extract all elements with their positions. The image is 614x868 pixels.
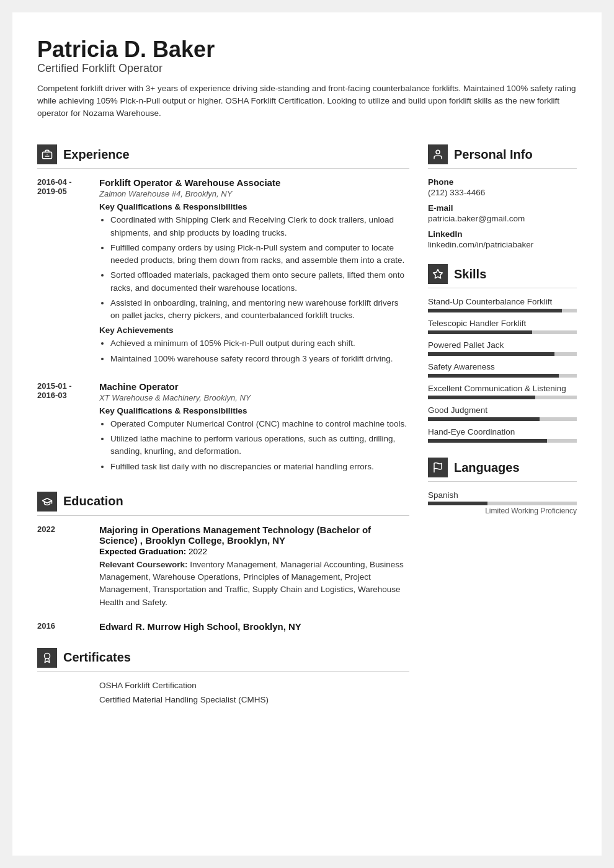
languages-section: Languages Spanish Limited Working Profic… bbox=[428, 458, 577, 515]
phone-label: Phone bbox=[428, 177, 577, 187]
candidate-summary: Competent forklift driver with 3+ years … bbox=[37, 82, 577, 120]
cert-1: OSHA Forklift Certification bbox=[99, 681, 409, 690]
exp2-content: Machine Operator XT Warehouse & Machiner… bbox=[99, 381, 409, 477]
lang-1-level: Limited Working Proficiency bbox=[428, 507, 577, 515]
skill-6: Good Judgment bbox=[428, 405, 577, 421]
languages-icon bbox=[428, 458, 448, 477]
exp2-qual-2: Utilized lathe machine to perform variou… bbox=[110, 433, 409, 458]
lang-1-name: Spanish bbox=[428, 490, 577, 500]
skill-4-name: Safety Awareness bbox=[428, 362, 577, 371]
email-block: E-mail patricia.baker@gmail.com bbox=[428, 203, 577, 223]
exp2-qual-heading: Key Qualifications & Responsibilities bbox=[99, 406, 409, 415]
experience-title: Experience bbox=[63, 148, 130, 162]
experience-section-header: Experience bbox=[37, 144, 409, 169]
experience-entry-1: 2016-04 -2019-05 Forklift Operator & War… bbox=[37, 177, 409, 369]
exp2-qual-3: Fulfilled task list daily with no discre… bbox=[110, 461, 409, 473]
edu2-title: Edward R. Murrow High School, Brooklyn, … bbox=[99, 621, 409, 632]
email-label: E-mail bbox=[428, 203, 577, 213]
exp1-ach-list: Achieved a minimum of 105% Pick-n-Pull o… bbox=[99, 337, 409, 365]
lang-1-bar-fill bbox=[428, 502, 487, 505]
experience-icon bbox=[37, 144, 57, 164]
certificates-icon bbox=[37, 648, 57, 668]
skill-3: Powered Pallet Jack bbox=[428, 340, 577, 356]
skill-7-bar-bg bbox=[428, 439, 577, 443]
languages-title: Languages bbox=[454, 461, 520, 475]
skill-2-bar-bg bbox=[428, 330, 577, 334]
cert-2: Certified Material Handling Specialist (… bbox=[99, 695, 409, 704]
exp1-qual-4: Assisted in onboarding, training, and me… bbox=[110, 297, 409, 322]
edu1-title: Majoring in Operations Management Techno… bbox=[99, 525, 409, 546]
education-section: Education 2022 Majoring in Operations Ma… bbox=[37, 492, 409, 633]
certificates-title: Certificates bbox=[63, 650, 131, 665]
skill-7-bar-fill bbox=[428, 439, 547, 443]
certificates-section: Certificates OSHA Forklift Certification… bbox=[37, 648, 409, 709]
exp1-ach-1: Achieved a minimum of 105% Pick-n-Pull o… bbox=[110, 337, 409, 350]
personal-info-section: Personal Info Phone (212) 333-4466 E-mai… bbox=[428, 144, 577, 249]
cert-entry: OSHA Forklift Certification Certified Ma… bbox=[37, 681, 409, 709]
svg-point-4 bbox=[436, 151, 440, 154]
exp2-qual-1: Operated Computer Numerical Control (CNC… bbox=[110, 418, 409, 430]
exp1-date: 2016-04 -2019-05 bbox=[37, 177, 87, 369]
experience-entry-2: 2015-01 -2016-03 Machine Operator XT War… bbox=[37, 381, 409, 477]
lang-1-bar-bg bbox=[428, 502, 577, 505]
edu1-coursework: Relevant Coursework: Inventory Managemen… bbox=[99, 559, 409, 609]
personal-info-title: Personal Info bbox=[454, 148, 533, 162]
skill-5-bar-bg bbox=[428, 396, 577, 399]
exp1-qual-3: Sorted offloaded materials, packaged the… bbox=[110, 269, 409, 294]
exp1-title: Forklift Operator & Warehouse Associate bbox=[99, 177, 409, 188]
experience-section: Experience 2016-04 -2019-05 Forklift Ope… bbox=[37, 144, 409, 477]
candidate-job-title: Certified Forklift Operator bbox=[37, 62, 577, 75]
cert-date bbox=[37, 681, 87, 709]
right-column: Personal Info Phone (212) 333-4466 E-mai… bbox=[428, 144, 577, 831]
linkedin-label: LinkedIn bbox=[428, 229, 577, 239]
skill-3-bar-fill bbox=[428, 352, 554, 356]
exp1-qual-2: Fulfilled company orders by using Pick-n… bbox=[110, 242, 409, 267]
skill-1-bar-fill bbox=[428, 309, 562, 312]
skill-2: Telescopic Handler Forklift bbox=[428, 319, 577, 334]
edu1-date: 2022 bbox=[37, 525, 87, 609]
skill-1-bar-bg bbox=[428, 309, 577, 312]
skills-title: Skills bbox=[454, 267, 486, 281]
skill-6-bar-bg bbox=[428, 417, 577, 421]
exp1-qual-list: Coordinated with Shipping Clerk and Rece… bbox=[99, 214, 409, 322]
certificates-section-header: Certificates bbox=[37, 648, 409, 672]
skill-6-bar-fill bbox=[428, 417, 540, 421]
skill-5-bar-fill bbox=[428, 396, 535, 399]
exp1-qual-1: Coordinated with Shipping Clerk and Rece… bbox=[110, 214, 409, 239]
skills-icon bbox=[428, 264, 448, 284]
edu-entry-1: 2022 Majoring in Operations Management T… bbox=[37, 525, 409, 609]
exp2-qual-list: Operated Computer Numerical Control (CNC… bbox=[99, 418, 409, 473]
exp2-subtitle: XT Warehouse & Machinery, Brooklyn, NY bbox=[99, 393, 409, 402]
skill-2-bar-fill bbox=[428, 330, 532, 334]
languages-section-header: Languages bbox=[428, 458, 577, 482]
exp1-content: Forklift Operator & Warehouse Associate … bbox=[99, 177, 409, 369]
skill-3-bar-bg bbox=[428, 352, 577, 356]
left-column: Experience 2016-04 -2019-05 Forklift Ope… bbox=[37, 144, 409, 831]
edu-entry-2: 2016 Edward R. Murrow High School, Brook… bbox=[37, 621, 409, 633]
linkedin-value: linkedin.com/in/patriciabaker bbox=[428, 240, 577, 249]
skill-5-name: Excellent Communication & Listening bbox=[428, 384, 577, 393]
phone-value: (212) 333-4466 bbox=[428, 188, 577, 197]
header-section: Patricia D. Baker Certified Forklift Ope… bbox=[37, 37, 577, 132]
resume-container: Patricia D. Baker Certified Forklift Ope… bbox=[12, 12, 602, 856]
edu1-expected: Expected Graduation: 2022 bbox=[99, 547, 409, 556]
exp2-title: Machine Operator bbox=[99, 381, 409, 392]
svg-rect-0 bbox=[43, 153, 52, 159]
skill-4-bar-fill bbox=[428, 374, 559, 378]
skill-7: Hand-Eye Coordination bbox=[428, 427, 577, 443]
skill-2-name: Telescopic Handler Forklift bbox=[428, 319, 577, 328]
skill-3-name: Powered Pallet Jack bbox=[428, 340, 577, 350]
skill-7-name: Hand-Eye Coordination bbox=[428, 427, 577, 436]
exp1-subtitle: Zalmon Warehouse #4, Brooklyn, NY bbox=[99, 189, 409, 198]
main-content: Experience 2016-04 -2019-05 Forklift Ope… bbox=[37, 144, 577, 831]
skill-5: Excellent Communication & Listening bbox=[428, 384, 577, 399]
phone-block: Phone (212) 333-4466 bbox=[428, 177, 577, 197]
education-icon bbox=[37, 492, 57, 512]
skill-4-bar-bg bbox=[428, 374, 577, 378]
skill-6-name: Good Judgment bbox=[428, 405, 577, 415]
personal-info-icon bbox=[428, 144, 448, 164]
lang-1: Spanish Limited Working Proficiency bbox=[428, 490, 577, 515]
personal-info-header: Personal Info bbox=[428, 144, 577, 169]
edu2-date: 2016 bbox=[37, 621, 87, 633]
exp2-date: 2015-01 -2016-03 bbox=[37, 381, 87, 477]
